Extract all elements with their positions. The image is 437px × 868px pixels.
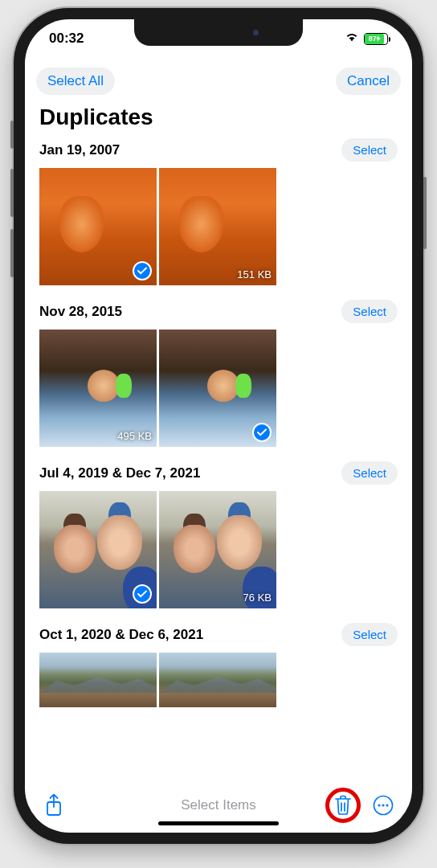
battery-icon: 87: [364, 33, 388, 45]
group-date: Oct 1, 2020 & Dec 6, 2021: [39, 627, 203, 643]
photo-thumbnail[interactable]: 151 KB: [159, 168, 276, 285]
photo-size-label: 76 KB: [243, 592, 272, 604]
photo-thumbnail[interactable]: 495 KB: [39, 330, 157, 447]
selected-check-icon: [133, 261, 152, 280]
phone-frame: 00:32 87 Select All Cancel Duplicates: [14, 8, 423, 844]
photo-thumbnail[interactable]: [39, 491, 157, 608]
group-date: Jul 4, 2019 & Dec 7, 2021: [39, 465, 200, 481]
svg-point-3: [382, 804, 384, 806]
nav-bar: Select All Cancel: [25, 58, 412, 100]
home-indicator[interactable]: [158, 821, 279, 825]
cancel-button[interactable]: Cancel: [336, 68, 401, 95]
page-title: Duplicates: [25, 100, 412, 138]
photo-thumbnail[interactable]: [39, 168, 157, 285]
duplicate-group: Jul 4, 2019 & Dec 7, 2021 Select 76 KB: [39, 461, 398, 608]
duplicate-group: Nov 28, 2015 Select 495 KB: [39, 300, 398, 447]
duplicate-group: Jan 19, 2007 Select 151 KB: [39, 138, 398, 285]
photo-image: [159, 653, 276, 707]
notch: [134, 19, 303, 46]
selected-check-icon: [133, 584, 152, 604]
front-camera: [253, 30, 259, 35]
group-select-button[interactable]: Select: [341, 300, 398, 323]
group-select-button[interactable]: Select: [341, 138, 398, 162]
photo-thumbnail[interactable]: [159, 653, 276, 707]
group-select-button[interactable]: Select: [341, 623, 398, 646]
annotation-highlight-circle: [325, 788, 361, 823]
trash-button[interactable]: [332, 794, 354, 817]
photo-thumbnail[interactable]: [159, 330, 276, 447]
photo-thumbnail[interactable]: [39, 653, 157, 707]
status-time: 00:32: [49, 31, 84, 47]
group-date: Jan 19, 2007: [39, 142, 120, 158]
volume-up-button: [10, 169, 14, 217]
group-date: Nov 28, 2015: [39, 304, 122, 320]
svg-point-4: [386, 804, 388, 806]
selected-check-icon: [252, 423, 272, 442]
silence-switch: [10, 121, 14, 149]
content[interactable]: Jan 19, 2007 Select 151 KB: [25, 138, 412, 783]
group-select-button[interactable]: Select: [341, 461, 398, 485]
share-button[interactable]: [43, 794, 65, 817]
duplicate-group: Oct 1, 2020 & Dec 6, 2021 Select: [39, 623, 398, 707]
wifi-icon: [345, 31, 359, 47]
photo-image: [39, 653, 157, 707]
power-button: [423, 177, 427, 249]
battery-level: 87: [365, 34, 384, 44]
screen: 00:32 87 Select All Cancel Duplicates: [25, 19, 412, 833]
photo-size-label: 151 KB: [237, 268, 272, 280]
photo-thumbnail[interactable]: 76 KB: [159, 491, 276, 608]
more-button[interactable]: [372, 794, 394, 817]
svg-point-2: [378, 804, 380, 806]
volume-down-button: [10, 229, 14, 277]
photo-size-label: 495 KB: [117, 430, 152, 442]
select-all-button[interactable]: Select All: [36, 68, 115, 95]
toolbar-hint: Select Items: [181, 797, 256, 813]
